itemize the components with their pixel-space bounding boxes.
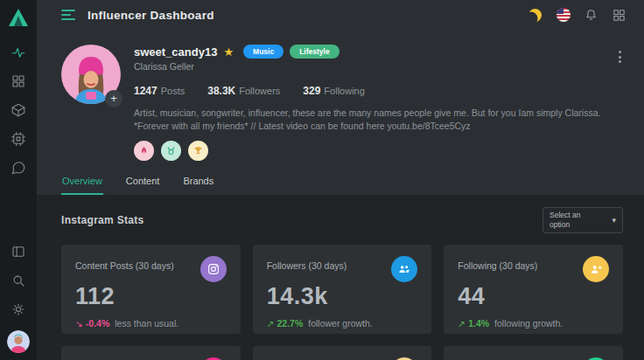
app-logo-triangle-icon[interactable] (7, 6, 30, 29)
section-title: Instagram Stats (61, 214, 144, 226)
card-label: Followers (30 days) (267, 256, 347, 271)
stat-followers: 38.3KFollowers (207, 82, 280, 98)
card-value: 44 (458, 283, 609, 310)
card-growth: ↗ 1.4% following growth. (458, 318, 609, 329)
achievement-badges (134, 141, 626, 161)
profile-tabs: Overview Content Brands (37, 171, 644, 195)
card-label: Content Posts (30 days) (75, 256, 174, 271)
card-profile-views: Profile Views (30 days) (444, 346, 623, 360)
search-icon[interactable] (10, 273, 26, 288)
dropdown-label: Select an option (550, 211, 600, 229)
activity-icon[interactable] (10, 45, 26, 60)
tab-content[interactable]: Content (125, 171, 161, 195)
user-plus-icon (583, 256, 609, 282)
card-growth: ↗ 22.7% follower growth. (267, 318, 418, 329)
profile-section: + sweet_candy13 ★ Music Lifestyle Claris… (37, 30, 644, 171)
tag-lifestyle[interactable]: Lifestyle (290, 45, 340, 59)
page-title: Influencer Dashboard (88, 9, 214, 22)
instagram-icon (200, 256, 227, 282)
stats-cards-row-1: Content Posts (30 days) 112 ↘ -0.4% less… (61, 245, 623, 334)
medal-icon (161, 141, 181, 161)
apps-grid-icon[interactable] (612, 8, 626, 23)
influencer-dashboard-app: Influencer Dashboard (0, 0, 644, 360)
profile-info: sweet_candy13 ★ Music Lifestyle Clarissa… (134, 45, 626, 171)
sidebar-bottom (10, 244, 26, 317)
language-us-flag-icon[interactable] (556, 8, 570, 23)
add-story-button[interactable]: + (105, 90, 122, 107)
sidebar-nav (10, 45, 26, 176)
profile-fullname: Clarissa Geller (134, 61, 626, 72)
hamburger-menu-icon[interactable] (61, 10, 77, 20)
trend-down-arrow-icon: ↘ (75, 318, 83, 329)
star-badge-icon: ★ (223, 45, 234, 59)
stat-posts: 1247Posts (134, 82, 185, 98)
profile-kebab-menu-icon[interactable] (617, 49, 623, 65)
profile-stats: 1247Posts 38.3KFollowers 329Following (134, 82, 626, 98)
chevron-down-icon: ▾ (612, 216, 616, 225)
settings-gear-icon[interactable] (10, 301, 26, 317)
trend-up-arrow-icon: ↗ (458, 318, 466, 329)
card-likes: Likes (30 days) (61, 346, 241, 360)
chat-icon[interactable] (10, 160, 26, 176)
stat-following: 329Following (303, 82, 365, 98)
users-icon (391, 256, 417, 282)
main-area: Influencer Dashboard (37, 0, 644, 360)
card-comments: Comments (30 days) (253, 346, 432, 360)
sidebar (0, 0, 37, 360)
tag-music[interactable]: Music (243, 45, 284, 59)
stats-cards-row-2: Likes (30 days) Comments (30 days) (61, 346, 623, 360)
top-header: Influencer Dashboard (37, 0, 644, 30)
trend-up-arrow-icon: ↗ (267, 318, 275, 329)
header-actions (528, 8, 626, 23)
cpu-icon[interactable] (10, 131, 26, 147)
package-icon[interactable] (10, 102, 26, 118)
tab-overview[interactable]: Overview (61, 171, 103, 195)
sidebar-user-avatar[interactable] (7, 330, 30, 353)
dashboard-grid-icon[interactable] (10, 73, 26, 89)
card-following: Following (30 days) 44 ↗ 1.4% following … (444, 245, 623, 334)
instagram-stats-panel: Instagram Stats Select an option ▾ Conte… (37, 195, 644, 360)
profile-bio: Artist, musician, songwriter, influencer… (134, 107, 620, 133)
notifications-bell-icon[interactable] (584, 8, 598, 23)
profile-avatar-wrap: + (61, 45, 121, 104)
card-value: 14.3k (267, 283, 418, 310)
card-growth: ↘ -0.4% less than usual. (75, 318, 227, 329)
layout-panel-icon[interactable] (10, 244, 26, 260)
profile-username: sweet_candy13 (134, 45, 217, 59)
stats-filter-dropdown[interactable]: Select an option ▾ (542, 207, 623, 232)
card-label: Following (30 days) (458, 256, 537, 271)
card-followers: Followers (30 days) 14.3k ↗ 22.7% follow… (253, 245, 432, 334)
tab-brands[interactable]: Brands (182, 171, 214, 195)
dark-mode-moon-icon[interactable] (528, 8, 542, 23)
card-content-posts: Content Posts (30 days) 112 ↘ -0.4% less… (61, 245, 241, 334)
flame-icon (134, 141, 154, 161)
card-value: 112 (75, 283, 227, 310)
trophy-icon (188, 141, 208, 161)
